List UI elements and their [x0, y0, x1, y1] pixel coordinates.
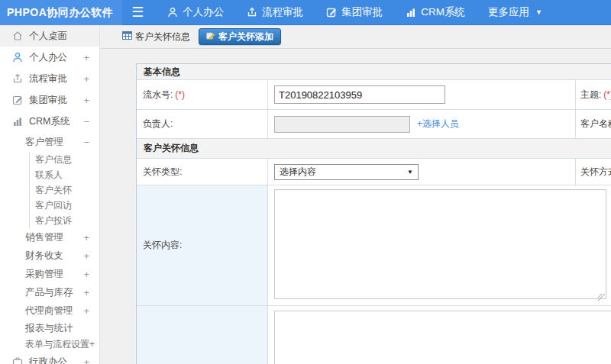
care-content-field-cell	[268, 185, 611, 305]
extra-label-cell	[137, 306, 268, 364]
edit-icon	[326, 7, 337, 18]
edit-icon	[12, 95, 24, 105]
sidebar-item-group-approval[interactable]: 集团审批 +	[0, 89, 99, 111]
nav-more-apps[interactable]: 更多应用 ▼	[477, 0, 554, 25]
sidebar-item-admin-office[interactable]: 行政办公 +	[0, 352, 99, 364]
care-content-label: 关怀内容:	[137, 185, 268, 305]
menu-toggle-icon[interactable]: ☰	[131, 0, 144, 25]
care-method-label: 关怀方式:	[576, 159, 611, 185]
choose-person-link[interactable]: +选择人员	[417, 118, 459, 130]
nav-personal-office[interactable]: 个人办公	[156, 0, 235, 25]
main-content: 客户关怀信息 客户关怀添加 基本信息 流水号: (*) 主题: (*) 负责人:	[101, 25, 611, 364]
expand-icon[interactable]: +	[83, 73, 89, 85]
sidebar-item-customer-complaint[interactable]: 客户投诉	[30, 213, 99, 228]
table-icon	[122, 31, 132, 43]
briefcase-icon	[12, 356, 24, 364]
extra-textarea[interactable]	[274, 311, 611, 364]
sidebar-item-personal-desktop[interactable]: 个人桌面	[0, 25, 99, 47]
sidebar-item-contacts[interactable]: 联系人	[30, 167, 99, 182]
section-customer-care-info: 客户关怀信息	[137, 139, 611, 159]
sidebar-item-finance[interactable]: 财务收支 +	[0, 246, 99, 265]
user-icon	[167, 7, 178, 18]
subject-label: 主题: (*)	[576, 80, 611, 109]
sidebar-item-form-workflow-settings[interactable]: 表单与流程设置+	[0, 337, 99, 352]
topbar: PHPOA协同办公软件 ☰ 个人办公 流程审批 集团审批 CRM系统 更多应用 …	[0, 0, 611, 25]
sidebar-item-purchase[interactable]: 采购管理 +	[0, 265, 99, 283]
care-type-label: 关怀类型:	[137, 159, 268, 185]
collapse-icon[interactable]: −	[83, 116, 89, 127]
workflow-icon	[12, 73, 24, 84]
bar-chart-icon	[12, 116, 24, 127]
extra-field-cell	[268, 306, 611, 364]
sidebar-item-products-inventory[interactable]: 产品与库存 +	[0, 283, 99, 301]
sidebar-item-personal-office[interactable]: 个人办公 +	[0, 47, 99, 68]
required-marker: (*)	[603, 89, 611, 100]
form-row-extra	[137, 306, 611, 364]
customer-care-add-form: 基本信息 流水号: (*) 主题: (*) 负责人: +选择人员	[136, 63, 611, 364]
owner-field-cell: +选择人员	[268, 110, 576, 138]
form-row-serial: 流水号: (*) 主题: (*)	[137, 80, 611, 110]
expand-icon[interactable]: +	[83, 232, 89, 243]
add-edit-icon	[206, 31, 215, 43]
user-icon	[12, 52, 24, 63]
sidebar-item-customer-visit[interactable]: 客户回访	[30, 198, 99, 213]
collapse-icon[interactable]: −	[83, 137, 89, 148]
workflow-icon	[247, 7, 257, 18]
care-content-textarea[interactable]	[274, 189, 606, 299]
customer-submenu: 客户信息 联系人 客户关怀 客户回访 客户投诉	[29, 152, 99, 228]
expand-icon[interactable]: +	[83, 287, 89, 298]
sidebar-item-reports-statistics[interactable]: 报表与统计	[0, 320, 99, 337]
sidebar-item-workflow-approval[interactable]: 流程审批 +	[0, 68, 99, 89]
sidebar-item-crm-system[interactable]: CRM系统 −	[0, 111, 99, 132]
top-nav: 个人办公 流程审批 集团审批 CRM系统 更多应用 ▼	[156, 0, 554, 25]
tab-bar: 客户关怀信息 客户关怀添加	[101, 25, 611, 49]
sidebar-item-customer-info[interactable]: 客户信息	[30, 152, 99, 167]
sidebar-item-customer-management[interactable]: 客户管理 −	[0, 132, 99, 152]
nav-workflow-approval[interactable]: 流程审批	[235, 0, 315, 25]
tab-customer-care-add[interactable]: 客户关怀添加	[199, 28, 281, 45]
expand-icon[interactable]: +	[83, 269, 89, 280]
form-row-care-content: 关怀内容:	[137, 185, 611, 306]
app-logo: PHPOA协同办公软件	[0, 0, 122, 25]
chevron-down-icon: ▼	[535, 8, 542, 16]
required-marker: (*)	[175, 89, 185, 100]
serial-input[interactable]	[274, 85, 445, 104]
sidebar: 个人桌面 个人办公 + 流程审批 + 集团审批 + CRM系统 − 客户管理 −…	[0, 25, 100, 364]
expand-icon[interactable]: +	[83, 95, 89, 106]
nav-group-approval[interactable]: 集团审批	[315, 0, 394, 25]
resize-handle[interactable]	[598, 294, 605, 301]
serial-label: 流水号: (*)	[137, 80, 268, 109]
select-arrow-icon: ▼	[407, 169, 413, 176]
tab-customer-care-list[interactable]: 客户关怀信息	[122, 31, 190, 43]
sidebar-item-customer-care[interactable]: 客户关怀	[30, 182, 99, 198]
sidebar-item-agent-management[interactable]: 代理商管理 +	[0, 301, 99, 320]
sidebar-item-sales-management[interactable]: 销售管理 +	[0, 228, 99, 246]
form-row-owner: 负责人: +选择人员 客户名称: (*)	[137, 110, 611, 139]
serial-field-cell	[268, 80, 576, 109]
owner-input[interactable]	[274, 116, 410, 133]
care-type-select[interactable]: 选择内容 ▼	[274, 164, 419, 180]
expand-icon[interactable]: +	[83, 305, 89, 317]
customer-name-label: 客户名称: (*)	[576, 110, 611, 138]
form-row-care-type: 关怀类型: 选择内容 ▼ 关怀方式:	[137, 159, 611, 185]
expand-icon[interactable]: +	[83, 52, 89, 63]
section-basic-info: 基本信息	[137, 64, 611, 80]
nav-crm-system[interactable]: CRM系统	[394, 0, 477, 25]
owner-label: 负责人:	[137, 110, 268, 138]
expand-icon[interactable]: +	[83, 356, 89, 364]
care-type-field-cell: 选择内容 ▼	[268, 159, 576, 185]
expand-icon[interactable]: +	[83, 250, 89, 262]
bar-chart-icon	[406, 7, 416, 18]
home-icon	[12, 31, 24, 41]
